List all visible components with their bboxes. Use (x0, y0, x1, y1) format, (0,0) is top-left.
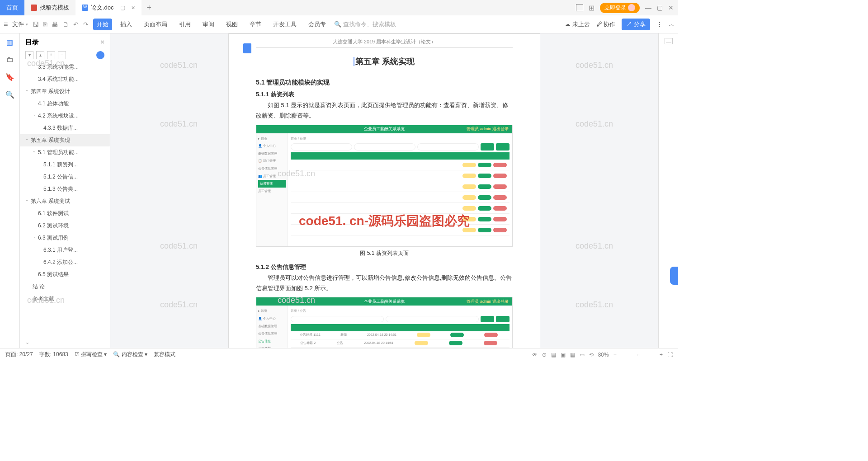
remove-item-icon[interactable]: − (58, 51, 66, 59)
minimize-icon[interactable]: — (645, 4, 651, 11)
outline-item[interactable]: 6.5 测试结果 (20, 268, 110, 281)
ribbon-tab-member[interactable]: 会员专 (305, 19, 330, 30)
outline-item[interactable]: 6.1 软件测试 (20, 207, 110, 220)
outline-item[interactable]: 6.4.2 添加公... (20, 256, 110, 268)
zoom-in-icon[interactable]: + (660, 352, 663, 358)
page: 大连交通大学 2019 届本科生毕业设计（论文） 第五章 系统实现 5.1 管理… (228, 33, 540, 348)
close-icon[interactable]: ✕ (668, 4, 674, 11)
outline-item[interactable]: ⌄ 6.3 测试用例 (20, 232, 110, 244)
undo-icon[interactable]: ↶ (73, 21, 79, 28)
outline-icon[interactable]: ▥ (6, 38, 13, 47)
menu-icon[interactable]: ≡ (4, 20, 8, 28)
word-icon (82, 5, 88, 11)
zoom-value[interactable]: 80% (598, 352, 609, 358)
zoom-fit-icon[interactable]: ⟲ (589, 352, 594, 358)
tabbar-right: ⊞ 立即登录 — ▢ ✕ (576, 3, 678, 13)
ribbon-tab-insert[interactable]: 插入 (117, 19, 136, 30)
figure-image: 企业员工薪酬关系系统管理员 admin 退出登录 ▸ 首页👤 个人中心基础数据管… (256, 125, 513, 247)
weblayout-icon[interactable]: ▦ (570, 352, 575, 358)
redo-icon[interactable]: ↷ (83, 21, 89, 28)
share-button[interactable]: ↗ 分享 (622, 19, 650, 30)
bookview-icon[interactable]: ▣ (561, 352, 566, 358)
outline-item[interactable]: ⌄ 4.2 系统模块设... (20, 110, 110, 122)
expand-all-icon[interactable]: ▴ (36, 51, 44, 59)
outline-item[interactable]: 4.3.3 数据库... (20, 122, 110, 134)
outline-item[interactable]: ⌄ 第六章 系统测试 (20, 195, 110, 207)
ribbon-tab-references[interactable]: 引用 (175, 19, 194, 30)
tab-home[interactable]: 首页 (0, 0, 24, 15)
export-icon[interactable]: ⎘ (43, 21, 47, 28)
command-search[interactable]: 🔍 查找命令、搜索模板 (334, 20, 396, 28)
layout-icon[interactable] (576, 4, 583, 11)
outline-item[interactable]: 3.4 系统非功能... (20, 73, 110, 85)
ribbon-tab-start[interactable]: 开始 (93, 19, 112, 30)
outline-item[interactable]: ⌄ 第四章 系统设计 (20, 85, 110, 98)
outline-item[interactable]: 5.1.3 公告类... (20, 183, 110, 195)
add-item-icon[interactable]: + (47, 51, 55, 59)
maximize-icon[interactable]: ▢ (657, 4, 663, 11)
preview-icon[interactable]: 🗋 (62, 21, 69, 28)
sidebar-mini: ▥ 🗀 🔖 🔍 (0, 33, 20, 348)
outline-item[interactable]: 6.3.1 用户登... (20, 244, 110, 256)
outline-item[interactable]: ⌄ 第五章 系统实现 (20, 134, 110, 146)
tab-template[interactable]: 找稻壳模板 (24, 0, 75, 15)
status-words[interactable]: 字数: 10683 (39, 351, 68, 358)
outline-header: 目录 × (20, 33, 110, 49)
main-area: ▥ 🗀 🔖 🔍 目录 × ▾ ▴ + − 3.3 系统功能需... 3.4 系统… (0, 33, 678, 348)
page-indicator-icon[interactable] (243, 43, 251, 53)
pagemode-icon[interactable]: ▤ (551, 352, 556, 358)
outline-close-icon[interactable]: × (100, 38, 104, 47)
cloud-button[interactable]: ☁ 未上云 (565, 20, 590, 28)
login-button[interactable]: 立即登录 (600, 3, 640, 13)
watermark: code51.cn (576, 300, 613, 310)
document-area[interactable]: 大连交通大学 2019 届本科生毕业设计（论文） 第五章 系统实现 5.1 管理… (110, 33, 658, 348)
outline-item[interactable]: 5.1.1 薪资列... (20, 159, 110, 171)
outline-expand-down[interactable]: ⌄ (20, 337, 110, 348)
outline-settings-icon[interactable] (96, 51, 104, 59)
outline-item[interactable]: 5.1.2 公告信... (20, 171, 110, 183)
paragraph: 如图 5.1 显示的就是薪资列表页面，此页面提供给管理员的功能有：查看薪资、新增… (256, 100, 513, 121)
collapse-icon[interactable]: ︿ (669, 20, 675, 28)
bookmark-icon[interactable]: 🗀 (6, 56, 14, 64)
ribbon-tab-chapter[interactable]: 章节 (246, 19, 265, 30)
heading-3: 5.1.1 薪资列表 (256, 89, 513, 99)
watermark: code51.cn (160, 61, 198, 70)
outline-item[interactable]: 结 论 (20, 281, 110, 293)
outline-item[interactable]: 3.3 系统功能需... (20, 61, 110, 73)
fullscreen-icon[interactable]: ⛶ (667, 352, 673, 358)
watermark: code51.cn (160, 119, 198, 129)
collapse-all-icon[interactable]: ▾ (25, 51, 33, 59)
outline-item[interactable]: 参考文献 (20, 293, 110, 305)
zoom-out-icon[interactable]: − (613, 352, 617, 358)
more-icon[interactable]: ⋮ (656, 21, 662, 28)
ribbon-tab-layout[interactable]: 页面布局 (140, 19, 171, 30)
ribbon-bookmark-icon[interactable]: 🔖 (5, 73, 14, 81)
print-icon[interactable]: 🖶 (52, 21, 58, 28)
eye-icon[interactable]: 👁 (532, 352, 538, 358)
screen-icon[interactable]: ▢ (120, 5, 125, 11)
contentcheck-button[interactable]: 🔍 内容检查 ▾ (113, 351, 147, 358)
file-menu[interactable]: 文件 ▾ (12, 20, 28, 28)
compat-mode[interactable]: 兼容模式 (154, 351, 175, 358)
ribbon-tab-devtools[interactable]: 开发工具 (269, 19, 300, 30)
spellcheck-button[interactable]: ☑ 拼写检查 ▾ (75, 351, 107, 358)
outline-title: 目录 (25, 38, 39, 47)
ribbon-tab-view[interactable]: 视图 (222, 19, 241, 30)
outline-item[interactable]: 4.1 总体功能 (20, 98, 110, 110)
outline-item[interactable]: ⌄ 5.1 管理员功能... (20, 146, 110, 159)
ribbon-tab-review[interactable]: 审阅 (199, 19, 218, 30)
readmode-icon[interactable]: ⊙ (542, 352, 547, 358)
collab-button[interactable]: 🖉 协作 (596, 20, 616, 28)
side-tab[interactable] (670, 267, 678, 285)
outline-view-icon[interactable]: ▭ (580, 352, 585, 358)
panel-menu-icon[interactable] (665, 38, 673, 44)
outline-item[interactable]: 6.2 测试环境 (20, 220, 110, 232)
figure-5-2: 企业员工薪酬关系系统管理员 admin 退出登录 ▸ 首页👤 个人中心基础数据管… (256, 297, 513, 348)
search-icon[interactable]: 🔍 (5, 90, 14, 99)
tab-close-icon[interactable]: × (132, 4, 135, 11)
new-tab-button[interactable]: + (142, 3, 157, 13)
save-icon[interactable]: 🖫 (33, 21, 39, 28)
status-page[interactable]: 页面: 20/27 (5, 351, 33, 358)
tab-document[interactable]: 论文.doc▢× (75, 0, 142, 15)
apps-icon[interactable]: ⊞ (589, 4, 594, 12)
